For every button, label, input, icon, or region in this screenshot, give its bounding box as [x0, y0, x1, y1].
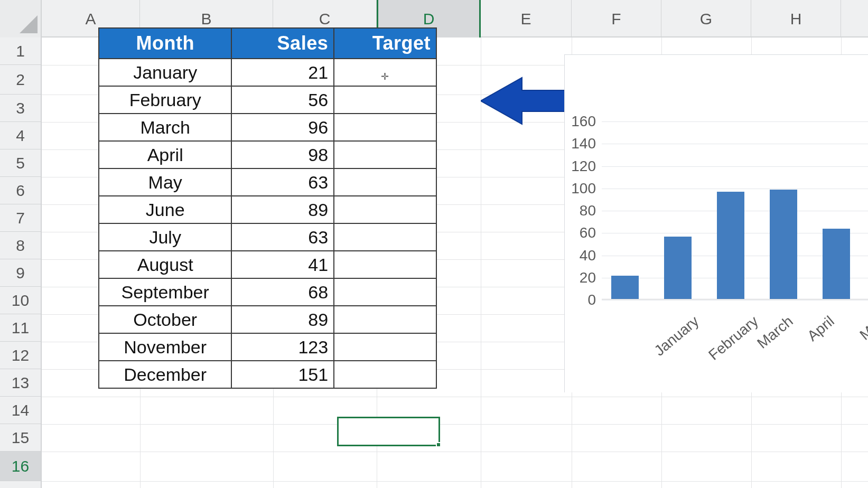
row-header-9[interactable]: 9: [0, 259, 41, 287]
row-header-10[interactable]: 10: [0, 287, 41, 314]
row-header-3[interactable]: 3: [0, 95, 41, 122]
cell-sales[interactable]: 89: [232, 195, 334, 223]
chart-bar[interactable]: [823, 229, 850, 299]
gridline-horizontal: [42, 452, 868, 452]
cell-month[interactable]: March: [99, 113, 232, 140]
chart-ytick: 20: [564, 269, 596, 286]
row-header-12[interactable]: 12: [0, 342, 41, 369]
select-all-triangle-icon: [20, 15, 38, 33]
cell-sales[interactable]: 63: [232, 223, 334, 250]
row-header-5[interactable]: 5: [0, 149, 41, 177]
table-row: February56: [99, 86, 436, 113]
table-row: March96: [99, 113, 436, 140]
cell-sales[interactable]: 63: [232, 168, 334, 195]
row-header-16[interactable]: 16: [0, 452, 41, 481]
row-header-1[interactable]: 1: [0, 37, 41, 65]
gridline-horizontal: [42, 424, 868, 425]
chart-xtick: May: [856, 313, 868, 344]
column-header-f[interactable]: F: [572, 0, 661, 37]
table-row: January21: [99, 58, 436, 86]
fill-handle[interactable]: [436, 442, 441, 447]
cell-sales[interactable]: 21: [232, 58, 334, 86]
cell-month[interactable]: September: [99, 278, 232, 305]
col-header-month[interactable]: Month: [99, 29, 232, 58]
column-header-g[interactable]: G: [661, 0, 751, 37]
row-header-4[interactable]: 4: [0, 122, 41, 149]
table-row: November123: [99, 333, 436, 360]
selected-cell[interactable]: [337, 417, 440, 446]
chart-ytick: 60: [564, 224, 596, 241]
cell-month[interactable]: June: [99, 195, 232, 223]
cell-sales[interactable]: 96: [232, 113, 334, 140]
chart-gridline: [602, 189, 868, 189]
table-row: July63: [99, 223, 436, 250]
cell-month[interactable]: November: [99, 333, 232, 360]
data-table: Month Sales Target January21February56Ma…: [98, 27, 437, 389]
table-row: December151: [99, 360, 436, 388]
row-header-15[interactable]: 15: [0, 424, 41, 452]
chart-plot-area: [602, 121, 868, 299]
table-row: September68: [99, 278, 436, 305]
chart-ytick: 0: [564, 292, 596, 308]
cell-sales[interactable]: 89: [232, 305, 334, 333]
chart-bar[interactable]: [611, 276, 639, 299]
row-header-6[interactable]: 6: [0, 177, 41, 204]
column-header-h[interactable]: H: [751, 0, 841, 37]
cell-month[interactable]: July: [99, 223, 232, 250]
row-header-8[interactable]: 8: [0, 232, 41, 259]
cell-sales[interactable]: 123: [232, 333, 334, 360]
row-header-7[interactable]: 7: [0, 204, 41, 232]
chart-xtick: February: [705, 313, 761, 364]
column-header-e[interactable]: E: [481, 0, 572, 37]
embedded-chart[interactable]: 020406080100120140160 JanuaryFebruaryMar…: [564, 54, 868, 392]
cell-target[interactable]: [334, 333, 436, 360]
chart-bar[interactable]: [770, 190, 797, 299]
cell-sales[interactable]: 98: [232, 140, 334, 168]
cell-sales[interactable]: 56: [232, 86, 334, 113]
row-header-11[interactable]: 11: [0, 314, 41, 342]
cell-target[interactable]: [334, 140, 436, 168]
cell-sales[interactable]: 41: [232, 250, 334, 278]
table-row: May63: [99, 168, 436, 195]
cell-target[interactable]: [334, 305, 436, 333]
cell-month[interactable]: April: [99, 140, 232, 168]
chart-gridline: [602, 166, 868, 167]
cell-month[interactable]: May: [99, 168, 232, 195]
chart-ytick: 100: [564, 180, 596, 197]
cell-month[interactable]: December: [99, 360, 232, 388]
cell-sales[interactable]: 151: [232, 360, 334, 388]
col-header-sales[interactable]: Sales: [232, 29, 334, 58]
chart-ytick: 140: [564, 135, 596, 152]
cell-month[interactable]: January: [99, 58, 232, 86]
chart-xtick: April: [804, 313, 837, 345]
chart-bar[interactable]: [664, 237, 692, 299]
cell-target[interactable]: [334, 168, 436, 195]
cell-target[interactable]: [334, 86, 436, 113]
chart-gridline: [602, 121, 868, 122]
cell-sales[interactable]: 68: [232, 278, 334, 305]
cell-target[interactable]: [334, 113, 436, 140]
table-row: October89: [99, 305, 436, 333]
row-header-13[interactable]: 13: [0, 369, 41, 397]
chart-gridline: [602, 300, 868, 301]
table-row: April98: [99, 140, 436, 168]
cell-target[interactable]: [334, 195, 436, 223]
cell-target[interactable]: [334, 250, 436, 278]
cell-month[interactable]: October: [99, 305, 232, 333]
gridline-horizontal: [42, 481, 868, 482]
cell-target[interactable]: [334, 58, 436, 86]
row-header-2[interactable]: 2: [0, 65, 41, 95]
select-all-corner[interactable]: [0, 0, 42, 37]
cell-month[interactable]: February: [99, 86, 232, 113]
chart-bar[interactable]: [717, 192, 744, 299]
row-header-14[interactable]: 14: [0, 397, 41, 424]
cell-month[interactable]: August: [99, 250, 232, 278]
spreadsheet-viewport: ABCDEFGH 12345678910111213141516 Month S…: [0, 0, 868, 488]
gridline-vertical: [481, 37, 481, 488]
table-row: August41: [99, 250, 436, 278]
cell-target[interactable]: [334, 278, 436, 305]
cell-target[interactable]: [334, 223, 436, 250]
cell-target[interactable]: [334, 360, 436, 388]
chart-ytick: 160: [564, 113, 596, 130]
col-header-target[interactable]: Target: [334, 29, 436, 58]
